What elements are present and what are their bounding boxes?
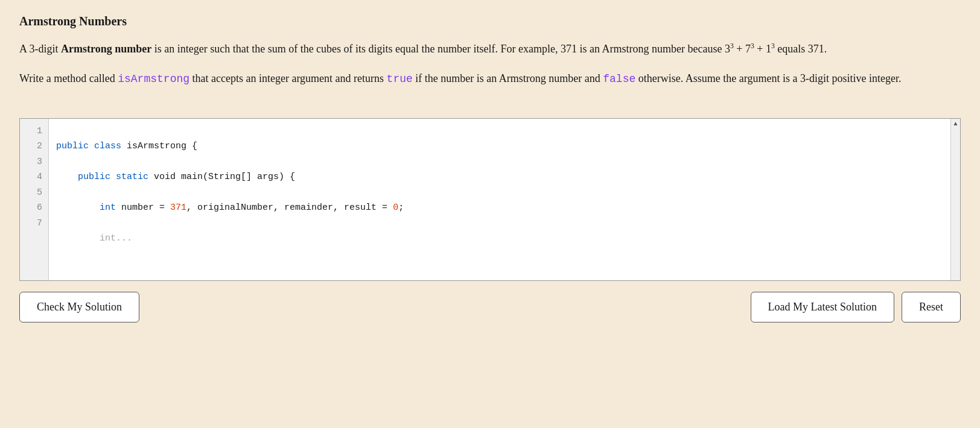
page-title: Armstrong Numbers <box>19 14 961 28</box>
description-paragraph-1: A 3-digit Armstrong number is an integer… <box>19 40 961 58</box>
check-solution-button[interactable]: Check My Solution <box>19 292 139 323</box>
false-keyword-inline: false <box>603 73 635 85</box>
reset-button[interactable]: Reset <box>902 292 961 323</box>
method-name-inline: isArmstrong <box>118 73 189 85</box>
code-area[interactable]: public class isArmstrong { public static… <box>49 119 950 280</box>
description-paragraph-2: Write a method called isArmstrong that a… <box>19 70 961 88</box>
footer-right: Load My Latest Solution Reset <box>751 292 961 323</box>
code-editor[interactable]: 1 2 3 4 5 6 7 public class isArmstrong {… <box>19 118 961 281</box>
footer-bar: Check My Solution Load My Latest Solutio… <box>19 292 961 323</box>
line-numbers: 1 2 3 4 5 6 7 <box>20 119 49 280</box>
true-keyword-inline: true <box>387 73 413 85</box>
scroll-up-arrow-icon[interactable]: ▲ <box>953 120 959 127</box>
load-solution-button[interactable]: Load My Latest Solution <box>751 292 894 323</box>
description-block: A 3-digit Armstrong number is an integer… <box>19 40 961 96</box>
editor-scrollbar[interactable]: ▲ <box>950 119 960 280</box>
footer-left: Check My Solution <box>19 292 139 323</box>
